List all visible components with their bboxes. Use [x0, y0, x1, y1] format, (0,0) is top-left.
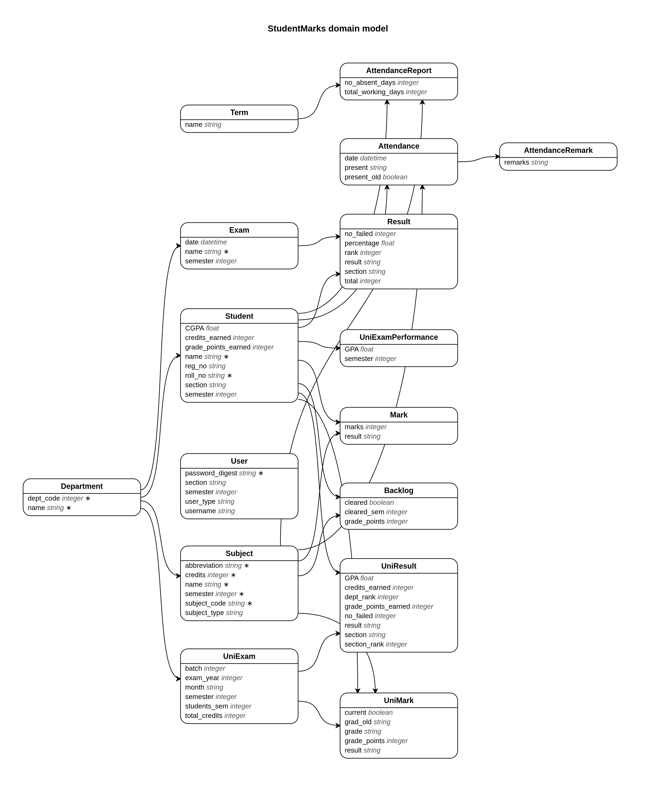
- attr: rank integer: [345, 249, 382, 256]
- attr: exam_year integer: [185, 674, 243, 682]
- attr: no_failed integer: [345, 612, 396, 620]
- attr: semester integer: [345, 355, 397, 363]
- attr: no_failed integer: [345, 230, 396, 237]
- entity-AttendanceRemark: AttendanceRemarkremarks string: [500, 143, 617, 170]
- attr: semester integer: [185, 257, 237, 265]
- entity-name: UniExam: [223, 652, 255, 661]
- entity-Mark: Markmarks integerresult string: [340, 408, 458, 444]
- attr: batch integer: [185, 665, 226, 672]
- entity-User: Userpassword_digest string ∗section stri…: [181, 454, 298, 519]
- nodes-layer: Departmentdept_code integer ∗name string…: [23, 63, 617, 758]
- entity-name: Result: [387, 217, 410, 226]
- attr: total_credits integer: [185, 711, 246, 719]
- entity-Result: Resultno_failed integerpercentage floatr…: [340, 214, 458, 289]
- entity-UniExam: UniExambatch integerexam_year integermon…: [181, 649, 298, 724]
- attr: user_type string: [185, 497, 235, 505]
- attr: username string: [185, 507, 235, 514]
- entity-name: Backlog: [384, 486, 413, 495]
- entity-Student: StudentCGPA floatcredits_earned integerg…: [181, 309, 298, 402]
- attr: section string: [345, 268, 385, 275]
- edge-Attendance-AttendanceRemark: [458, 157, 500, 162]
- attr: grade_points_earned integer: [345, 603, 434, 610]
- attr: semester integer ∗: [185, 590, 244, 598]
- attr: CGPA float: [185, 324, 220, 332]
- attr: current boolean: [345, 708, 393, 716]
- entity-name: UniExamPerformance: [360, 333, 438, 341]
- attr: section string: [185, 479, 226, 486]
- entity-name: Department: [61, 482, 103, 491]
- edge-Student-Mark: [298, 360, 340, 422]
- entity-name: Subject: [226, 549, 253, 558]
- attr: subject_code string ∗: [185, 599, 253, 607]
- entity-name: AttendanceReport: [366, 66, 432, 75]
- entity-name: UniResult: [381, 562, 416, 570]
- attr: result string: [345, 432, 381, 440]
- attr: section_rank integer: [345, 640, 407, 648]
- edge-Department-Subject: [141, 501, 181, 576]
- attr: section string: [185, 381, 226, 389]
- diagram-title: StudentMarks domain model: [268, 23, 388, 33]
- attr: result string: [345, 746, 381, 754]
- attr: present_old boolean: [345, 173, 407, 181]
- edge-Term-AttendanceReport: [298, 85, 340, 119]
- edge-UniExam-UniMark: [298, 701, 340, 725]
- entity-name: Term: [230, 108, 248, 117]
- attr: grade string: [345, 727, 381, 735]
- attr: name string ∗: [185, 248, 229, 255]
- attr: reg_no string: [185, 362, 226, 370]
- attr: grade_points_earned integer: [185, 343, 274, 351]
- attr: section string: [345, 631, 385, 638]
- attr: name string: [185, 121, 221, 128]
- attr: students_sem integer: [185, 702, 252, 710]
- edge-Student-UniExamPerformance: [298, 341, 340, 348]
- entity-name: AttendanceRemark: [524, 146, 593, 155]
- attr: password_digest string ∗: [185, 469, 264, 477]
- entity-name: User: [231, 457, 248, 465]
- entity-Term: Termname string: [181, 105, 298, 133]
- attr: abbreviation string ∗: [185, 561, 250, 569]
- attr: credits integer ∗: [185, 571, 237, 579]
- attr: name string ∗: [28, 504, 72, 511]
- attr: remarks string: [504, 158, 548, 166]
- entity-name: UniMark: [384, 696, 414, 705]
- attr: total integer: [345, 277, 381, 285]
- attr: date datetime: [345, 154, 387, 162]
- attr: marks integer: [345, 423, 387, 431]
- entity-UniExamPerformance: UniExamPerformanceGPA floatsemester inte…: [340, 330, 458, 367]
- attr: subject_type string: [185, 609, 243, 617]
- entity-Subject: Subjectabbreviation string ∗credits inte…: [181, 546, 298, 621]
- attr: grad_old string: [345, 718, 391, 726]
- attr: credits_earned integer: [185, 334, 254, 341]
- attr: semester integer: [185, 693, 237, 700]
- attr: grade_points integer: [345, 737, 408, 745]
- edge-UniExam-UniResult: [298, 634, 340, 671]
- attr: total_working_days integer: [345, 88, 428, 96]
- edge-Department-Exam: [141, 246, 181, 490]
- edge-Department-UniExam: [141, 508, 181, 679]
- attr: grade_points integer: [345, 518, 408, 525]
- attr: semester integer: [185, 391, 237, 398]
- entity-name: Attendance: [378, 142, 419, 150]
- attr: credits_earned integer: [345, 584, 414, 591]
- er-diagram: StudentMarks domain model Departmentdept…: [0, 0, 656, 812]
- attr: month string: [185, 683, 223, 691]
- attr: GPA float: [345, 345, 374, 353]
- edge-Department-Student: [141, 355, 181, 497]
- attr: percentage float: [345, 239, 395, 247]
- entity-Department: Departmentdept_code integer ∗name string…: [23, 479, 141, 516]
- attr: result string: [345, 258, 381, 266]
- entity-UniResult: UniResultGPA floatcredits_earned integer…: [340, 559, 458, 652]
- attr: present string: [345, 164, 387, 171]
- entity-name: Student: [225, 312, 254, 321]
- attr: cleared_sem integer: [345, 508, 408, 516]
- attr: roll_no string ∗: [185, 372, 233, 379]
- attr: dept_code integer ∗: [28, 494, 91, 502]
- entity-name: Mark: [390, 411, 408, 419]
- attr: name string ∗: [185, 580, 229, 588]
- attr: name string ∗: [185, 353, 229, 360]
- entity-Backlog: Backlogcleared booleancleared_sem intege…: [340, 483, 458, 529]
- entity-AttendanceReport: AttendanceReportno_absent_days integerto…: [340, 63, 458, 100]
- attr: semester integer: [185, 488, 237, 496]
- attr: date datetime: [185, 238, 227, 246]
- attr: cleared boolean: [345, 499, 394, 506]
